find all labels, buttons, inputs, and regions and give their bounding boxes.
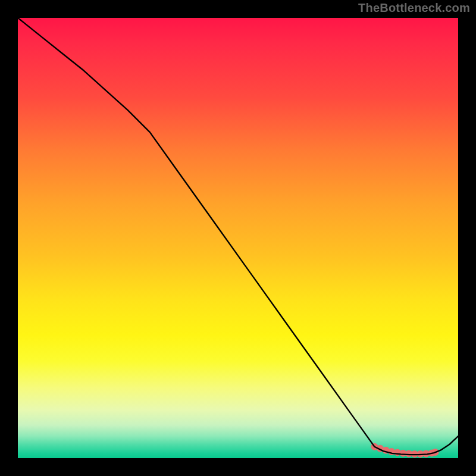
plot-area (18, 18, 458, 458)
main-curve (18, 18, 458, 455)
attribution-text: TheBottleneck.com (358, 1, 470, 15)
chart-frame: TheBottleneck.com (0, 0, 476, 476)
chart-svg (18, 18, 458, 458)
